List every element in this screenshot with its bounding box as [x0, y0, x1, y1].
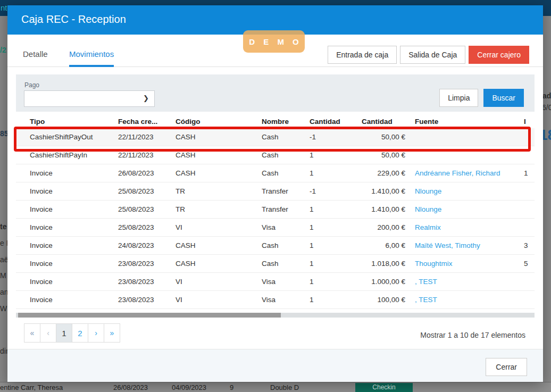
cell-importe: 1.018,00 €: [362, 260, 415, 268]
cell-importe: 50,00 €: [362, 151, 415, 159]
cell-codigo: CASH: [176, 133, 262, 141]
limpia-button[interactable]: Limpia: [439, 89, 478, 107]
entrada-de-caja-button[interactable]: Entrada de caja: [328, 46, 397, 64]
fuente-link[interactable]: Nlounge: [415, 205, 441, 213]
cell-fecha: 22/11/2023: [118, 151, 176, 159]
background-text-fragment: te: [0, 222, 6, 231]
salida-de-caja-button[interactable]: Salida de Caja: [400, 46, 465, 64]
table-row[interactable]: Invoice24/08/2023CASHCash16,00 €Maïté We…: [16, 237, 535, 255]
cell-nombre: Transfer: [262, 205, 310, 213]
background-date-out: 04/09/2023: [172, 383, 206, 391]
cell-fuente: , TEST: [415, 278, 524, 286]
fuente-link[interactable]: Thoughtmix: [415, 260, 453, 268]
fuente-link[interactable]: Andréanne Fisher, Richard: [415, 169, 500, 177]
fuente-link[interactable]: , TEST: [415, 278, 437, 286]
cell-tipo: Invoice: [16, 241, 118, 249]
tab-detalle[interactable]: Detalle: [23, 49, 48, 65]
background-text-fragment: W: [0, 304, 7, 313]
cell-fecha: 25/08/2023: [118, 223, 176, 231]
cell-importe: 229,00 €: [362, 169, 415, 177]
pagination-next-button[interactable]: ›: [88, 323, 104, 343]
cell-nombre: Cash: [262, 260, 310, 268]
cerrar-cajero-button[interactable]: Cerrar cajero: [469, 46, 529, 64]
table-row[interactable]: Invoice23/08/2023VIVisa11.000,00 €, TEST: [16, 273, 535, 291]
cell-cantidad: 1: [310, 296, 362, 304]
cell-codigo: VI: [176, 223, 262, 231]
col-nombre: Nombre: [262, 118, 310, 126]
cell-importe: 100,00 €: [362, 296, 415, 304]
fuente-link[interactable]: Maïté West, Timothy: [415, 241, 480, 249]
cashier-modal: Caja REC - Reception D E M O Detalle Mov…: [7, 5, 543, 382]
col-fecha: Fecha cre...: [118, 118, 176, 126]
table-row[interactable]: CashierShiftPayIn22/11/2023CASHCash150,0…: [16, 146, 535, 164]
cell-nombre: Visa: [262, 296, 310, 304]
cell-cantidad: 1: [310, 169, 362, 177]
col-clipped: I: [524, 118, 535, 126]
cell-tipo: Invoice: [16, 205, 118, 213]
col-cantidad-importe: Cantidad: [362, 118, 415, 126]
cell-tipo: Invoice: [16, 223, 118, 231]
tab-movimientos[interactable]: Movimientos: [69, 49, 114, 67]
pago-label: Pago: [24, 81, 39, 89]
table-row[interactable]: Invoice23/08/2023VIVisa1100,00 €, TEST: [16, 291, 535, 309]
cell-fuente: Nlounge: [415, 205, 524, 213]
cell-importe: 6,00 €: [362, 241, 415, 249]
table-row[interactable]: Invoice23/08/2023CASHCash11.018,00 €Thou…: [16, 255, 535, 273]
background-room-type: Double D: [270, 383, 299, 391]
cell-cantidad: 1: [310, 241, 362, 249]
table-row[interactable]: Invoice25/08/2023VIVisa1200,00 €Realmix: [16, 219, 535, 237]
cell-fecha: 25/08/2023: [118, 205, 176, 213]
horizontal-scrollbar[interactable]: [16, 313, 535, 318]
header-actions: Entrada de caja Salida de Caja Cerrar ca…: [328, 46, 529, 64]
cell-cantidad: 1: [310, 278, 362, 286]
cell-codigo: TR: [176, 187, 262, 195]
cell-clipped: 1: [524, 169, 535, 177]
cell-codigo: CASH: [176, 260, 262, 268]
cell-cantidad: 1: [310, 205, 362, 213]
cell-nombre: Cash: [262, 151, 310, 159]
pagination-prev-button[interactable]: ‹: [40, 323, 56, 343]
table-body: CashierShiftPayOut22/11/2023CASHCash-150…: [16, 128, 535, 309]
cell-cantidad: 1: [310, 223, 362, 231]
demo-badge: D E M O: [243, 30, 305, 53]
cell-tipo: Invoice: [16, 169, 118, 177]
cell-tipo: Invoice: [16, 187, 118, 195]
cell-codigo: CASH: [176, 151, 262, 159]
pagination-page-1[interactable]: 1: [56, 323, 72, 343]
cell-codigo: CASH: [176, 169, 262, 177]
table-row[interactable]: Invoice25/08/2023TRTransfer-11.410,00 €N…: [16, 182, 535, 201]
cell-fecha: 22/11/2023: [118, 133, 176, 141]
cell-importe: 1.410,00 €: [362, 187, 415, 195]
cell-nombre: Cash: [262, 169, 310, 177]
cerrar-button[interactable]: Cerrar: [486, 358, 527, 376]
cell-nombre: Cash: [262, 241, 310, 249]
pagination: « ‹ 1 2 › »: [24, 323, 120, 343]
col-tipo: Tipo: [16, 118, 118, 126]
buscar-button[interactable]: Buscar: [483, 89, 524, 107]
cell-importe: 1.410,00 €: [362, 205, 415, 213]
chevron-down-icon: ❯︎: [143, 94, 149, 102]
pagination-page-2[interactable]: 2: [72, 323, 88, 343]
pagination-first-button[interactable]: «: [24, 323, 40, 343]
col-codigo: Código: [176, 118, 262, 126]
pagination-summary: Mostrar 1 a 10 de 17 elementos: [420, 331, 525, 339]
cell-codigo: VI: [176, 278, 262, 286]
table-row[interactable]: Invoice26/08/2023CASHCash1229,00 €Andréa…: [16, 164, 535, 182]
cell-tipo: Invoice: [16, 260, 118, 268]
cell-fecha: 26/08/2023: [118, 169, 176, 177]
pagination-last-button[interactable]: »: [104, 323, 120, 343]
cell-cantidad: -1: [310, 187, 362, 195]
fuente-link[interactable]: , TEST: [415, 296, 437, 304]
background-text-fragment: /2: [0, 46, 6, 54]
scrollbar-thumb[interactable]: [18, 313, 281, 318]
table-row[interactable]: CashierShiftPayOut22/11/2023CASHCash-150…: [16, 128, 535, 146]
background-date-in: 26/08/2023: [113, 383, 148, 391]
cell-tipo: CashierShiftPayOut: [16, 133, 118, 141]
fuente-link[interactable]: Realmix: [415, 223, 441, 231]
fuente-link[interactable]: Nlounge: [415, 187, 441, 195]
cell-fuente: Thoughtmix: [415, 260, 524, 268]
table-row[interactable]: Invoice25/08/2023TRTransfer11.410,00 €Nl…: [16, 201, 535, 219]
background-table-row: entine Carr, Theresa 26/08/2023 04/09/20…: [0, 382, 551, 392]
cell-fuente: Andréanne Fisher, Richard: [415, 169, 524, 177]
pago-select[interactable]: ❯︎: [24, 90, 155, 107]
